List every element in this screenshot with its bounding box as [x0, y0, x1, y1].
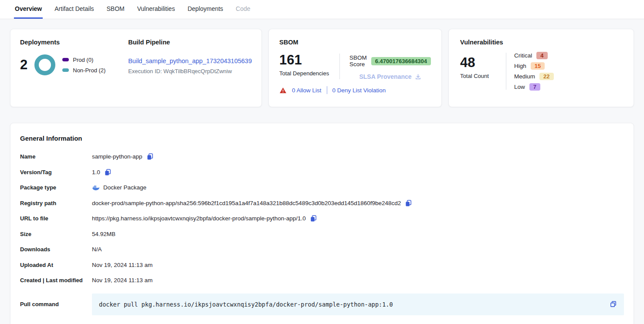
tab-sbom[interactable]: SBOM [106, 0, 125, 19]
deployments-donut-chart [34, 54, 55, 75]
severity-row-high: High 15 [514, 62, 553, 70]
slsa-provenance-link[interactable]: SLSA Provenance [349, 73, 431, 80]
medium-count-badge: 22 [539, 73, 553, 80]
copy-icon[interactable] [146, 153, 154, 160]
deployments-title: Deployments [20, 39, 119, 46]
warning-triangle-icon [279, 87, 287, 94]
critical-count-badge: 4 [536, 52, 547, 59]
uploaded-at-value: Nov 19, 2024 11:13 am [92, 262, 153, 268]
slsa-provenance-label: SLSA Provenance [359, 73, 411, 80]
sbom-score-section: SBOM Score 6.470017636684304 SLSA Proven… [340, 53, 431, 80]
page-content: Deployments 2 Prod (0) Non-Prod (2) [0, 19, 644, 324]
sbom-totals: 161 Total Dependencies [279, 53, 339, 80]
deny-list-link[interactable]: 0 Deny List Violation [332, 87, 386, 94]
tab-deployments[interactable]: Deployments [186, 0, 224, 19]
sbom-title: SBOM [279, 39, 431, 46]
vulnerabilities-totals: 48 Total Count [460, 52, 506, 91]
build-pipeline-section: Build Pipeline Build_sample_python_app_1… [119, 39, 252, 97]
low-count-badge: 7 [529, 83, 540, 91]
severity-row-low: Low 7 [514, 83, 553, 91]
downloads-label: Downloads [20, 246, 92, 253]
tab-code: Code [235, 0, 251, 19]
url-to-file-value: https://pkg.harness.io/ikpsjoavtcwxnqisy… [92, 215, 306, 222]
url-to-file-label: URL to file [20, 215, 92, 222]
vulnerabilities-card: Vulnerabilities 48 Total Count Critical … [448, 29, 634, 107]
general-information-title: General Information [20, 135, 624, 142]
low-label: Low [514, 84, 525, 90]
downloads-value: N/A [92, 246, 102, 253]
nonprod-swatch [62, 68, 69, 72]
row-package-type: Package type Docker Package [20, 180, 624, 196]
sbom-score-badge: 6.470017636684304 [371, 57, 431, 65]
copy-icon[interactable] [405, 199, 412, 207]
row-name: Name sample-python-app [20, 149, 624, 165]
critical-label: Critical [514, 52, 532, 59]
sbom-policy-links: 0 Allow List 0 Deny List Violation [279, 86, 431, 94]
vulnerabilities-total-label: Total Count [460, 73, 506, 79]
copy-icon[interactable] [310, 215, 317, 222]
row-version: Version/Tag 1.0 [20, 165, 624, 180]
size-label: Size [20, 231, 92, 237]
legend-nonprod-label: Non-Prod (2) [73, 67, 105, 74]
package-type-label: Package type [20, 184, 92, 191]
sbom-total-label: Total Dependencies [279, 70, 339, 77]
tab-vulnerabilities[interactable]: Vulnerabilities [136, 0, 176, 19]
uploaded-at-label: Uploaded At [20, 262, 92, 268]
created-modified-value: Nov 19, 2024 11:13 am [92, 277, 153, 284]
version-label: Version/Tag [20, 169, 92, 176]
pull-command-box: docker pull pkg.harness.io/ikpsjoavtcwxn… [92, 294, 624, 315]
row-size: Size 54.92MB [20, 226, 624, 242]
deployments-section: Deployments 2 Prod (0) Non-Prod (2) [20, 39, 119, 97]
prod-swatch [62, 58, 69, 61]
name-label: Name [20, 153, 92, 160]
download-icon [415, 74, 421, 80]
row-pull-command: Pull command docker pull pkg.harness.io/… [20, 294, 624, 315]
row-downloads: Downloads N/A [20, 242, 624, 257]
deployments-total-count: 2 [20, 57, 27, 73]
package-type-value: Docker Package [103, 184, 146, 191]
deployments-card: Deployments 2 Prod (0) Non-Prod (2) [10, 29, 262, 107]
summary-cards-row: Deployments 2 Prod (0) Non-Prod (2) [10, 29, 634, 107]
sbom-card: SBOM 161 Total Dependencies SBOM Score 6… [268, 29, 442, 107]
legend-prod-label: Prod (0) [73, 57, 93, 63]
name-value: sample-python-app [92, 153, 142, 160]
vulnerabilities-title: Vulnerabilities [460, 39, 622, 46]
pull-command-value: docker pull pkg.harness.io/ikpsjoavtcwxn… [99, 301, 393, 308]
execution-id-text: Execution ID: WqkTilbBRqecQrpDtZwniw [128, 68, 252, 74]
pull-command-label: Pull command [20, 301, 92, 307]
legend-item-nonprod: Non-Prod (2) [62, 67, 105, 74]
registry-path-label: Registry path [20, 200, 92, 206]
build-pipeline-link[interactable]: Build_sample_python_app_1732043105639 [128, 57, 252, 64]
copy-icon[interactable] [104, 169, 112, 176]
allow-list-link[interactable]: 0 Allow List [292, 87, 322, 94]
row-created-modified: Created | Last modified Nov 19, 2024 11:… [20, 273, 624, 288]
created-modified-label: Created | Last modified [20, 277, 92, 284]
version-value: 1.0 [92, 169, 100, 176]
sbom-score-label: SBOM Score [349, 54, 367, 68]
sbom-links-separator [327, 86, 327, 94]
row-url-to-file: URL to file https://pkg.harness.io/ikpsj… [20, 211, 624, 226]
medium-label: Medium [514, 73, 535, 80]
sbom-total-count: 161 [279, 53, 339, 68]
general-information-card: General Information Name sample-python-a… [10, 123, 634, 324]
high-label: High [514, 63, 526, 69]
tab-bar: Overview Artifact Details SBOM Vulnerabi… [0, 0, 644, 19]
severity-row-medium: Medium 22 [514, 73, 553, 80]
build-pipeline-title: Build Pipeline [128, 39, 252, 46]
severity-row-critical: Critical 4 [514, 52, 553, 59]
row-uploaded-at: Uploaded At Nov 19, 2024 11:13 am [20, 257, 624, 273]
row-registry-path: Registry path docker-prod/sample-python-… [20, 196, 624, 211]
tab-overview[interactable]: Overview [14, 0, 43, 19]
size-value: 54.92MB [92, 231, 115, 237]
registry-path-value: docker-prod/sample-python-app/sha256:596… [92, 200, 401, 206]
legend-item-prod: Prod (0) [62, 57, 105, 63]
tab-artifact-details[interactable]: Artifact Details [54, 0, 95, 19]
deployments-legend: Prod (0) Non-Prod (2) [62, 57, 105, 74]
vulnerabilities-total-count: 48 [460, 55, 506, 70]
severity-list: Critical 4 High 15 Medium 22 Low 7 [506, 52, 553, 91]
high-count-badge: 15 [531, 62, 545, 70]
copy-outline-icon[interactable] [610, 300, 617, 308]
docker-whale-icon [92, 185, 99, 191]
